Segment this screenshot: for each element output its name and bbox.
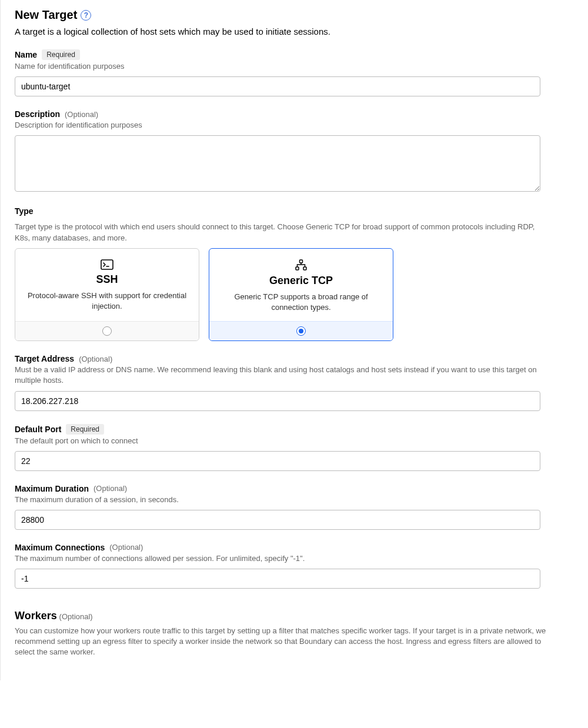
- terminal-icon: [25, 259, 189, 270]
- type-card-ssh[interactable]: SSH Protocol-aware SSH with support for …: [15, 248, 199, 341]
- page-subtitle: A target is a logical collection of host…: [15, 26, 588, 36]
- tcp-desc: Generic TCP supports a broad range of co…: [219, 292, 383, 313]
- target-address-input[interactable]: [15, 391, 540, 411]
- target-address-label: Target Address: [15, 354, 74, 363]
- tcp-radio[interactable]: [296, 326, 306, 336]
- optional-text: (Optional): [109, 543, 143, 552]
- max-duration-label: Maximum Duration: [15, 484, 89, 493]
- required-badge: Required: [42, 49, 80, 60]
- ssh-radio[interactable]: [102, 326, 112, 336]
- description-input[interactable]: [15, 135, 540, 192]
- type-label: Type: [15, 206, 588, 216]
- default-port-hint: The default port on which to connect: [15, 436, 550, 446]
- help-icon[interactable]: ?: [81, 10, 91, 21]
- page-title: New Target: [15, 8, 77, 22]
- max-connections-label: Maximum Connections: [15, 543, 105, 552]
- network-icon: [219, 259, 383, 271]
- name-input[interactable]: [15, 76, 540, 96]
- workers-desc: You can customize how your workers route…: [15, 626, 550, 658]
- optional-text: (Optional): [59, 612, 93, 621]
- type-card-tcp[interactable]: Generic TCP Generic TCP supports a broad…: [209, 248, 393, 341]
- description-label: Description: [15, 109, 60, 119]
- ssh-title: SSH: [25, 273, 189, 286]
- type-hint: Target type is the protocol with which e…: [15, 222, 550, 243]
- target-address-hint: Must be a valid IP address or DNS name. …: [15, 365, 550, 386]
- default-port-label: Default Port: [15, 425, 61, 434]
- description-hint: Description for identification purposes: [15, 120, 550, 131]
- ssh-desc: Protocol-aware SSH with support for cred…: [25, 290, 189, 312]
- optional-text: (Optional): [65, 110, 98, 119]
- required-badge: Required: [66, 424, 104, 435]
- default-port-input[interactable]: [15, 451, 540, 471]
- max-connections-input[interactable]: [15, 569, 540, 589]
- tcp-title: Generic TCP: [219, 275, 383, 287]
- max-duration-input[interactable]: [15, 510, 540, 530]
- optional-text: (Optional): [93, 484, 127, 493]
- optional-text: (Optional): [79, 355, 112, 363]
- svg-rect-2: [300, 260, 303, 263]
- svg-rect-3: [296, 267, 299, 270]
- max-duration-hint: The maximum duration of a session, in se…: [15, 495, 550, 505]
- workers-title: Workers: [15, 610, 57, 622]
- svg-rect-4: [303, 267, 306, 270]
- svg-rect-0: [101, 260, 113, 269]
- max-connections-hint: The maximum number of connections allowe…: [15, 553, 550, 564]
- name-label: Name: [15, 50, 37, 59]
- name-hint: Name for identification purposes: [15, 61, 550, 72]
